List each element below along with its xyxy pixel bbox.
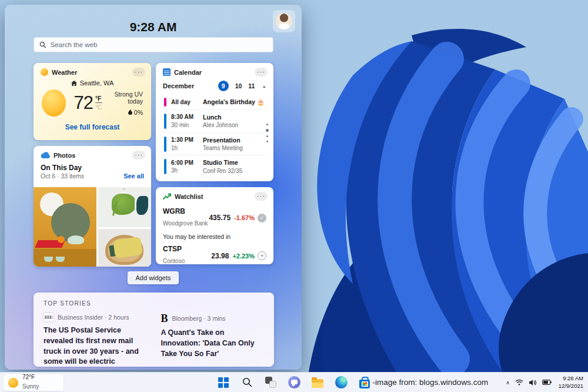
calendar-event[interactable]: 1:30 PM1h PresentationTeams Meeting — [162, 132, 268, 155]
added-check-icon[interactable]: ✓ — [258, 214, 266, 222]
battery-icon[interactable] — [542, 380, 552, 385]
stock-row[interactable]: WGRB Woodgrove Bank 435.75 -1.67% ✓ — [156, 203, 273, 231]
profile-button[interactable] — [273, 10, 295, 32]
photo-thumbnail-plant[interactable] — [98, 187, 151, 227]
stock-price: 23.98 — [211, 252, 229, 260]
top-stories-heading: TOP STORIES — [34, 293, 274, 313]
taskbar-widgets-button[interactable]: 72°F Sunny — [4, 374, 64, 391]
sun-icon — [42, 89, 66, 117]
fahrenheit-toggle[interactable]: °F — [95, 95, 102, 103]
event-title: Presentation — [203, 136, 243, 144]
search-input[interactable] — [50, 41, 268, 48]
photo-thumbnail-chair[interactable] — [98, 229, 151, 267]
start-button[interactable] — [216, 375, 231, 390]
wifi-icon[interactable] — [515, 379, 523, 386]
see-full-forecast-link[interactable]: See full forecast — [34, 123, 151, 131]
photo-collage — [34, 187, 151, 267]
file-explorer-button[interactable] — [310, 375, 325, 390]
search-bar[interactable] — [34, 37, 273, 52]
calendar-menu-button[interactable]: ··· — [255, 68, 268, 77]
event-color-bar — [164, 114, 166, 129]
calendar-widget-title: Calendar — [174, 69, 202, 76]
droplet-icon — [128, 109, 132, 115]
taskbar-weather-temp: 72°F — [22, 374, 39, 381]
stock-price: 435.75 — [209, 214, 230, 222]
clock-date: 12/9/2021 — [559, 383, 583, 389]
watchlist-menu-button[interactable]: ··· — [255, 192, 268, 201]
search-icon — [39, 41, 46, 48]
chevron-down-icon[interactable]: ⌄ — [262, 83, 266, 89]
stock-change: +2.23% — [232, 253, 255, 260]
microsoft-store-button[interactable] — [357, 375, 372, 390]
panel-clock: 9:28 AM — [5, 20, 302, 34]
weather-widget[interactable]: Weather ··· Seattle, WA 72 °F °C Strong … — [34, 63, 151, 140]
taskbar-app-icons — [216, 373, 372, 392]
image-credit: -image from: blogs.windows.com — [373, 378, 489, 387]
calendar-event[interactable]: All day Angela's Birthday 🎂 — [162, 95, 268, 109]
chat-button[interactable] — [286, 375, 302, 390]
calendar-month: December — [163, 82, 194, 89]
story-item[interactable]: Business Insider · 2 hours The US Postal… — [44, 313, 147, 367]
task-view-button[interactable] — [263, 375, 278, 390]
add-widgets-button[interactable]: Add widgets — [128, 271, 179, 284]
weather-menu-button[interactable]: ··· — [132, 68, 145, 77]
story-headline[interactable]: A Quant's Take on Innovation: 'Data Can … — [161, 328, 265, 359]
taskbar-search-button[interactable] — [239, 375, 255, 390]
event-duration: 30 min — [171, 122, 189, 128]
photo-thumbnail-still-life[interactable] — [34, 187, 96, 267]
weather-temperature: 72 — [74, 92, 92, 114]
weather-condition: Strong UV today — [115, 91, 143, 105]
stock-name: Contoso — [163, 258, 185, 264]
search-icon — [242, 377, 252, 387]
taskbar: 72°F Sunny -image from: blogs.windows.co… — [0, 372, 588, 392]
photos-widget-title: Photos — [54, 152, 75, 159]
home-icon — [71, 81, 77, 86]
watchlist-widget[interactable]: Watchlist ··· WGRB Woodgrove Bank 435.75… — [156, 187, 273, 264]
watchlist-widget-title: Watchlist — [175, 193, 203, 200]
folder-icon — [312, 379, 323, 388]
celsius-toggle[interactable]: °C — [95, 104, 102, 111]
cloud-icon — [41, 152, 50, 158]
event-time: 6:00 PM — [171, 159, 198, 167]
see-all-link[interactable]: See all — [123, 172, 144, 180]
stock-symbol: CTSP — [163, 245, 211, 254]
event-time: 8:30 AM — [171, 113, 198, 121]
windows-logo-icon — [218, 377, 229, 388]
event-color-bar — [164, 159, 166, 174]
edge-button[interactable] — [333, 375, 349, 390]
calendar-event[interactable]: 6:00 PM3h Studio TimeConf Rm 32/35 — [162, 155, 268, 178]
taskbar-clock[interactable]: 9:28 AM 12/9/2021 — [559, 375, 583, 390]
volume-icon[interactable] — [529, 379, 537, 386]
calendar-widget[interactable]: Calendar ··· December 9 10 11 ⌄ All day … — [156, 63, 273, 181]
event-title: Angela's Birthday 🎂 — [203, 98, 265, 106]
chat-icon — [288, 376, 300, 388]
photos-widget[interactable]: Photos ··· On This Day Oct 6 · 33 items … — [34, 146, 151, 267]
photos-menu-button[interactable]: ··· — [132, 151, 145, 160]
stock-name: Woodgrove Bank — [163, 220, 208, 227]
tray-chevron-up-icon[interactable]: ∧ — [506, 380, 510, 386]
add-stock-icon[interactable]: + — [258, 251, 266, 260]
event-title: Studio Time — [203, 158, 242, 167]
weather-location: Seattle, WA — [80, 79, 114, 87]
story-item[interactable]: B Bloomberg · 3 mins A Quant's Take on I… — [161, 313, 265, 367]
stock-row[interactable]: CTSP Contoso 23.98 +2.23% + — [156, 241, 273, 269]
calendar-event[interactable]: 8:30 AM30 min LunchAlex Johnson — [162, 109, 268, 132]
bloomberg-logo-icon: B — [161, 313, 168, 324]
photos-subheading: Oct 6 · 33 items — [41, 172, 84, 180]
event-title: Lunch — [203, 113, 238, 121]
event-subtitle: Alex Johnson — [203, 122, 238, 128]
scroll-indicator[interactable] — [266, 124, 269, 142]
event-time: 1:30 PM — [171, 136, 198, 144]
stocks-icon — [163, 193, 171, 200]
weather-sun-icon — [41, 68, 48, 76]
event-duration: 3h — [171, 167, 178, 174]
clock-time: 9:28 AM — [563, 375, 583, 381]
event-time: All day — [171, 98, 198, 107]
stock-symbol: WGRB — [163, 207, 209, 217]
desktop: 9:28 AM Weather ··· Seattle, WA 72 — [0, 0, 588, 392]
calendar-date[interactable]: 10 — [235, 82, 242, 89]
story-source: Bloomberg · 3 mins — [172, 315, 226, 322]
calendar-date-selected[interactable]: 9 — [218, 81, 229, 91]
story-headline[interactable]: The US Postal Service revealed its first… — [44, 325, 147, 367]
calendar-date[interactable]: 11 — [248, 82, 255, 89]
